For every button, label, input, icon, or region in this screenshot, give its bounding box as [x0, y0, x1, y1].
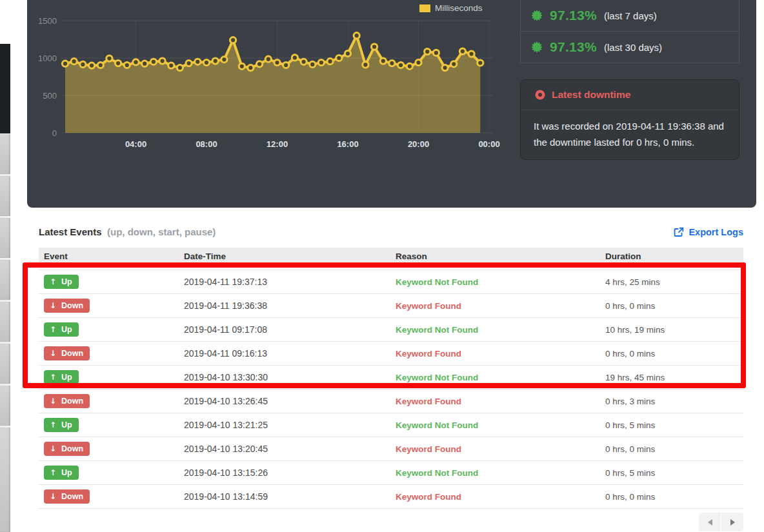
event-duration: 4 hrs, 25 mins [600, 270, 743, 294]
response-time-chart: 05001000150004:0008:0012:0016:0020:0000:… [27, 0, 520, 155]
chart-data-point [150, 59, 156, 64]
event-datetime: 2019-04-10 13:14:59 [179, 485, 390, 509]
event-row: ↑ Up 2019-04-11 19:37:13 Keyword Not Fou… [39, 270, 743, 294]
y-axis-tick-label: 500 [43, 91, 57, 101]
event-cell: ↓ Down [39, 485, 179, 509]
chart-data-point [106, 55, 112, 61]
chart-data-point [274, 59, 280, 65]
chart-data-point [133, 59, 139, 65]
chart-data-point [230, 37, 236, 43]
event-datetime: 2019-04-10 13:15:26 [179, 461, 390, 485]
chart-data-point [318, 59, 324, 65]
x-axis-tick-label: 16:00 [337, 139, 358, 149]
chart-data-point [301, 59, 307, 64]
status-arrow-icon: ↓ [50, 492, 56, 501]
event-duration: 0 hrs, 0 mins [600, 342, 743, 366]
event-datetime: 2019-04-11 19:37:13 [179, 270, 390, 294]
chart-data-point [186, 61, 192, 66]
record-icon [535, 90, 545, 100]
event-status-badge: ↑ Up [44, 322, 79, 337]
status-label: Up [61, 325, 72, 334]
event-row: ↓ Down 2019-04-10 13:20:45 Keyword Found… [39, 437, 743, 461]
chart-data-point [239, 63, 245, 69]
status-arrow-icon: ↓ [50, 444, 56, 453]
legend-label: Milliseconds [435, 3, 483, 13]
chart-data-point [345, 50, 350, 56]
y-axis-tick-label: 1500 [38, 16, 57, 26]
event-duration: 0 hrs, 0 mins [600, 294, 743, 318]
event-row: ↑ Up 2019-04-11 09:17:08 Keyword Not Fou… [39, 318, 743, 342]
export-icon [673, 227, 684, 238]
export-logs-label: Export Logs [689, 227, 743, 237]
event-reason: Keyword Found [390, 294, 600, 318]
uptime-percentage-7-days: 97.13% [550, 8, 597, 23]
background-list-item [0, 386, 10, 428]
status-label: Up [61, 373, 72, 382]
column-header-event: Event [39, 248, 179, 270]
event-reason: Keyword Not Found [390, 318, 600, 342]
x-axis-tick-label: 04:00 [125, 139, 146, 149]
event-status-badge: ↓ Down [44, 346, 90, 360]
event-datetime: 2019-04-10 13:30:30 [179, 366, 390, 389]
chart-data-point [425, 49, 430, 55]
chevron-left-icon [708, 519, 712, 526]
event-status-badge: ↑ Up [44, 275, 79, 289]
legend-swatch-milliseconds [419, 5, 430, 12]
latest-downtime-header: Latest downtime [521, 80, 739, 110]
export-logs-link[interactable]: Export Logs [673, 227, 743, 238]
background-list-item [0, 176, 10, 218]
event-cell: ↑ Up [39, 318, 179, 342]
events-table-header-row: Event Date-Time Reason Duration [39, 248, 743, 270]
chart-area-fill [65, 35, 480, 133]
background-page-edge [0, 0, 10, 532]
chart-data-point [372, 44, 377, 50]
chevron-right-icon [730, 519, 735, 526]
event-row: ↓ Down 2019-04-10 13:14:59 Keyword Found… [39, 485, 743, 509]
chart-data-point [203, 59, 209, 65]
status-label: Up [61, 420, 72, 429]
latest-downtime-panel: Latest downtime It was recorded on 2019-… [520, 79, 739, 160]
event-row: ↑ Up 2019-04-10 13:30:30 Keyword Not Fou… [39, 366, 743, 389]
event-duration: 0 hrs, 5 mins [600, 461, 743, 485]
status-label: Down [61, 301, 83, 310]
pagination-prev-button[interactable] [699, 513, 721, 531]
status-arrow-icon: ↓ [50, 397, 56, 406]
latest-events-heading: Latest Events (up, down, start, pause) [39, 226, 216, 238]
latest-events-subtitle: (up, down, start, pause) [107, 226, 216, 237]
background-list-item [0, 344, 10, 386]
x-axis-tick-label: 08:00 [196, 139, 217, 149]
chart-data-point [221, 57, 227, 63]
chart-data-point [195, 59, 201, 64]
status-label: Up [61, 277, 72, 286]
chart-data-point [459, 48, 465, 54]
latest-events-title: Latest Events [39, 226, 102, 237]
chart-data-point [142, 61, 148, 66]
chart-data-point [451, 61, 457, 67]
event-cell: ↓ Down [39, 342, 179, 366]
chart-data-point [336, 55, 342, 61]
status-label: Down [61, 492, 83, 501]
y-axis-tick-label: 0 [52, 128, 57, 138]
chart-data-point [478, 60, 483, 66]
uptime-summary-box: 97.13% (last 7 days) 97.13% (last 30 day… [520, 0, 739, 63]
chart-data-point [71, 59, 77, 64]
pagination [39, 513, 743, 531]
background-monitor-list-strip [0, 134, 10, 532]
chart-data-point [283, 62, 289, 68]
chart-data-point [416, 59, 421, 65]
status-arrow-icon: ↑ [50, 373, 56, 382]
event-reason: Keyword Found [390, 342, 600, 366]
background-list-item [0, 428, 10, 532]
chart-data-point [159, 58, 165, 64]
chart-data-point [80, 61, 86, 67]
chart-data-point [292, 55, 297, 61]
chart-data-point [168, 63, 174, 68]
latest-downtime-text: It was recorded on 2019-04-11 19:36:38 a… [521, 110, 739, 159]
column-header-date-time: Date-Time [179, 248, 390, 270]
pagination-next-button[interactable] [721, 513, 743, 531]
chart-data-point [116, 61, 121, 66]
event-reason: Keyword Found [390, 437, 600, 461]
event-reason: Keyword Found [390, 485, 600, 509]
chart-data-point [468, 51, 474, 57]
event-status-badge: ↓ Down [44, 394, 90, 408]
